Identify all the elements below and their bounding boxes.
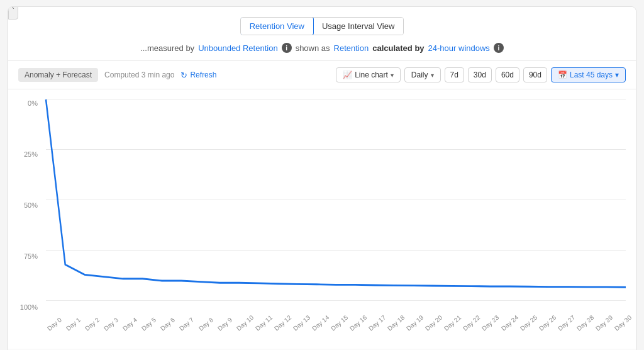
90d-button[interactable]: 90d — [523, 67, 547, 82]
calculated-by-value[interactable]: 24-hour windows — [428, 43, 490, 53]
refresh-icon: ↻ — [180, 71, 187, 80]
calculated-by-prefix: calculated by — [372, 43, 424, 53]
measured-by-prefix: ...measured by — [140, 43, 194, 53]
7d-button[interactable]: 7d — [445, 67, 464, 82]
y-label-75: 75% — [24, 252, 38, 260]
toolbar-right: 📈 Line chart ▾ Daily ▾ 7d 30d 60d 90d 📅 … — [336, 67, 626, 82]
computed-text: Computed 3 min ago — [104, 71, 174, 79]
chart-svg — [46, 99, 626, 301]
retention-view-button[interactable]: Retention View — [240, 17, 314, 35]
refresh-button[interactable]: ↻ Refresh — [180, 71, 216, 80]
chart-wrapper: 100% 75% 50% 25% 0% — [8, 89, 636, 349]
left-nav-arrow[interactable]: ‹ — [8, 6, 18, 20]
chart-type-label: Line chart — [355, 71, 388, 79]
date-range-button[interactable]: 📅 Last 45 days ▾ — [551, 67, 626, 82]
top-section: Retention View Usage Interval View ...me… — [8, 7, 636, 61]
date-range-chevron: ▾ — [615, 71, 619, 79]
refresh-label: Refresh — [190, 71, 216, 79]
30d-button[interactable]: 30d — [468, 67, 492, 82]
metric-link[interactable]: Unbounded Retention — [198, 43, 278, 53]
granularity-label: Daily — [411, 71, 428, 79]
chart-type-icon: 📈 — [343, 71, 352, 79]
shown-as-prefix: shown as — [296, 43, 330, 53]
measured-by-bar: ...measured by Unbounded Retention i sho… — [8, 43, 636, 53]
granularity-dropdown[interactable]: Daily ▾ — [404, 67, 441, 82]
retention-line — [46, 99, 626, 287]
date-range-label: Last 45 days — [570, 71, 613, 79]
y-label-50: 50% — [24, 201, 38, 209]
granularity-chevron: ▾ — [431, 72, 434, 79]
y-label-100: 100% — [20, 303, 38, 311]
60d-button[interactable]: 60d — [496, 67, 519, 82]
chart-toolbar: Anomaly + Forecast Computed 3 min ago ↻ … — [8, 61, 636, 89]
chart-section: Anomaly + Forecast Computed 3 min ago ↻ … — [8, 61, 636, 350]
usage-interval-view-button[interactable]: Usage Interval View — [313, 18, 403, 35]
view-toggle: Retention View Usage Interval View — [240, 17, 404, 35]
shown-as-value[interactable]: Retention — [334, 43, 369, 53]
calculated-info-icon[interactable]: i — [494, 43, 504, 53]
y-label-25: 25% — [24, 150, 38, 158]
y-axis: 100% 75% 50% 25% 0% — [8, 99, 43, 311]
anomaly-badge: Anomaly + Forecast — [18, 68, 98, 82]
main-container: ‹ Retention View Usage Interval View ...… — [8, 6, 636, 350]
metric-info-icon[interactable]: i — [282, 43, 292, 53]
calendar-icon: 📅 — [558, 71, 567, 79]
chart-type-dropdown[interactable]: 📈 Line chart ▾ — [336, 67, 401, 82]
chart-area: Day 0Day 1Day 2Day 3Day 4Day 5Day 6Day 7… — [46, 99, 626, 301]
x-axis: Day 0Day 1Day 2Day 3Day 4Day 5Day 6Day 7… — [46, 327, 626, 334]
chart-type-chevron: ▾ — [391, 72, 394, 79]
y-label-0: 0% — [28, 99, 38, 107]
